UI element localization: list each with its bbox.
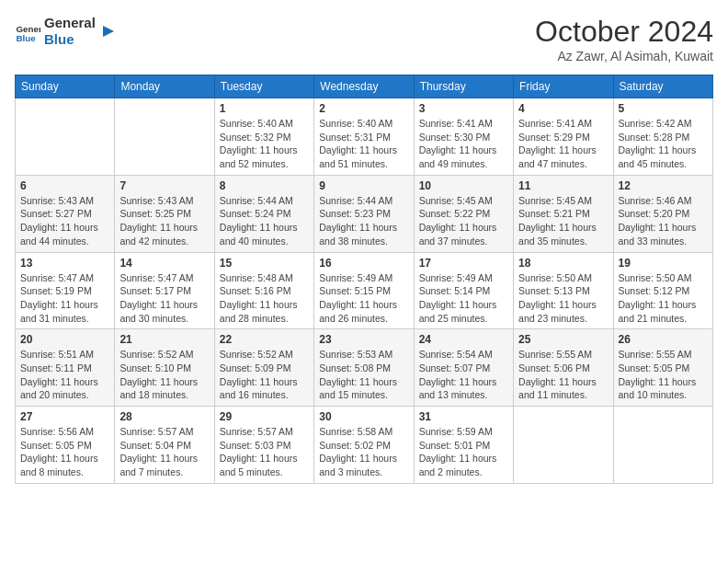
day-info: Sunrise: 5:57 AM Sunset: 5:03 PM Dayligh… — [220, 425, 309, 479]
table-row — [514, 407, 613, 484]
header-friday: Friday — [514, 75, 613, 98]
day-number: 25 — [518, 333, 608, 346]
day-number: 11 — [518, 179, 608, 192]
logo: General Blue General Blue — [15, 15, 118, 48]
logo-arrow-icon — [99, 22, 118, 40]
day-info: Sunrise: 5:40 AM Sunset: 5:32 PM Dayligh… — [220, 117, 309, 171]
table-row: 19Sunrise: 5:50 AM Sunset: 5:12 PM Dayli… — [613, 252, 712, 329]
day-number: 31 — [419, 410, 508, 423]
table-row: 24Sunrise: 5:54 AM Sunset: 5:07 PM Dayli… — [414, 329, 513, 407]
table-row: 1Sunrise: 5:40 AM Sunset: 5:32 PM Daylig… — [214, 98, 313, 176]
day-number: 5 — [619, 102, 708, 115]
day-info: Sunrise: 5:44 AM Sunset: 5:24 PM Dayligh… — [220, 194, 309, 248]
table-row: 16Sunrise: 5:49 AM Sunset: 5:15 PM Dayli… — [314, 252, 414, 329]
day-info: Sunrise: 5:53 AM Sunset: 5:08 PM Dayligh… — [319, 348, 408, 402]
logo-icon: General Blue — [15, 18, 40, 44]
calendar-week-row: 1Sunrise: 5:40 AM Sunset: 5:32 PM Daylig… — [16, 98, 713, 176]
header-sunday: Sunday — [16, 75, 115, 98]
table-row: 11Sunrise: 5:45 AM Sunset: 5:21 PM Dayli… — [514, 175, 613, 252]
day-info: Sunrise: 5:42 AM Sunset: 5:28 PM Dayligh… — [619, 117, 708, 171]
day-number: 29 — [220, 410, 309, 423]
day-info: Sunrise: 5:48 AM Sunset: 5:16 PM Dayligh… — [220, 271, 309, 326]
table-row: 23Sunrise: 5:53 AM Sunset: 5:08 PM Dayli… — [314, 329, 414, 407]
day-number: 19 — [619, 257, 708, 270]
table-row — [16, 98, 115, 176]
table-row — [115, 98, 214, 176]
page-header: General Blue General Blue October 2024 A… — [15, 15, 713, 63]
day-number: 6 — [20, 179, 109, 192]
day-number: 12 — [619, 179, 708, 192]
header-thursday: Thursday — [414, 75, 513, 98]
day-number: 8 — [220, 179, 309, 192]
table-row: 14Sunrise: 5:47 AM Sunset: 5:17 PM Dayli… — [115, 252, 214, 329]
month-title: October 2024 — [535, 15, 713, 49]
day-info: Sunrise: 5:43 AM Sunset: 5:25 PM Dayligh… — [119, 194, 209, 248]
day-number: 3 — [419, 102, 508, 115]
table-row: 15Sunrise: 5:48 AM Sunset: 5:16 PM Dayli… — [214, 252, 313, 329]
title-section: October 2024 Az Zawr, Al Asimah, Kuwait — [535, 15, 713, 63]
table-row: 6Sunrise: 5:43 AM Sunset: 5:27 PM Daylig… — [16, 175, 115, 252]
day-info: Sunrise: 5:59 AM Sunset: 5:01 PM Dayligh… — [419, 425, 508, 479]
day-info: Sunrise: 5:51 AM Sunset: 5:11 PM Dayligh… — [20, 348, 109, 402]
day-info: Sunrise: 5:49 AM Sunset: 5:15 PM Dayligh… — [319, 271, 408, 326]
table-row: 9Sunrise: 5:44 AM Sunset: 5:23 PM Daylig… — [314, 175, 414, 252]
table-row: 12Sunrise: 5:46 AM Sunset: 5:20 PM Dayli… — [613, 175, 712, 252]
day-info: Sunrise: 5:49 AM Sunset: 5:14 PM Dayligh… — [419, 271, 508, 326]
day-info: Sunrise: 5:56 AM Sunset: 5:05 PM Dayligh… — [20, 425, 109, 479]
day-number: 24 — [419, 333, 508, 346]
day-info: Sunrise: 5:52 AM Sunset: 5:10 PM Dayligh… — [119, 348, 209, 402]
calendar-table: Sunday Monday Tuesday Wednesday Thursday… — [15, 75, 713, 484]
day-number: 30 — [319, 410, 408, 423]
calendar-header-row: Sunday Monday Tuesday Wednesday Thursday… — [16, 75, 713, 98]
svg-text:Blue: Blue — [16, 33, 36, 43]
calendar-week-row: 6Sunrise: 5:43 AM Sunset: 5:27 PM Daylig… — [16, 175, 713, 252]
day-number: 26 — [619, 333, 708, 346]
table-row: 18Sunrise: 5:50 AM Sunset: 5:13 PM Dayli… — [514, 252, 613, 329]
day-number: 21 — [119, 333, 209, 346]
table-row: 10Sunrise: 5:45 AM Sunset: 5:22 PM Dayli… — [414, 175, 513, 252]
svg-marker-3 — [103, 26, 114, 37]
calendar-week-row: 27Sunrise: 5:56 AM Sunset: 5:05 PM Dayli… — [16, 407, 713, 484]
table-row: 17Sunrise: 5:49 AM Sunset: 5:14 PM Dayli… — [414, 252, 513, 329]
day-number: 13 — [20, 257, 109, 270]
day-number: 27 — [20, 410, 109, 423]
day-number: 18 — [518, 257, 608, 270]
day-number: 14 — [119, 257, 209, 270]
day-number: 7 — [119, 179, 209, 192]
day-number: 4 — [518, 102, 608, 115]
day-info: Sunrise: 5:41 AM Sunset: 5:30 PM Dayligh… — [419, 117, 508, 171]
table-row: 27Sunrise: 5:56 AM Sunset: 5:05 PM Dayli… — [16, 407, 115, 484]
location: Az Zawr, Al Asimah, Kuwait — [535, 49, 713, 63]
table-row: 22Sunrise: 5:52 AM Sunset: 5:09 PM Dayli… — [214, 329, 313, 407]
day-info: Sunrise: 5:41 AM Sunset: 5:29 PM Dayligh… — [518, 117, 608, 171]
day-number: 2 — [319, 102, 408, 115]
calendar-week-row: 13Sunrise: 5:47 AM Sunset: 5:19 PM Dayli… — [16, 252, 713, 329]
header-monday: Monday — [115, 75, 214, 98]
table-row: 28Sunrise: 5:57 AM Sunset: 5:04 PM Dayli… — [115, 407, 214, 484]
day-number: 17 — [419, 257, 508, 270]
table-row: 30Sunrise: 5:58 AM Sunset: 5:02 PM Dayli… — [314, 407, 414, 484]
table-row: 25Sunrise: 5:55 AM Sunset: 5:06 PM Dayli… — [514, 329, 613, 407]
table-row: 4Sunrise: 5:41 AM Sunset: 5:29 PM Daylig… — [514, 98, 613, 176]
day-info: Sunrise: 5:52 AM Sunset: 5:09 PM Dayligh… — [220, 348, 309, 402]
day-info: Sunrise: 5:44 AM Sunset: 5:23 PM Dayligh… — [319, 194, 408, 248]
header-saturday: Saturday — [613, 75, 712, 98]
day-info: Sunrise: 5:54 AM Sunset: 5:07 PM Dayligh… — [419, 348, 508, 402]
table-row: 20Sunrise: 5:51 AM Sunset: 5:11 PM Dayli… — [16, 329, 115, 407]
day-info: Sunrise: 5:55 AM Sunset: 5:05 PM Dayligh… — [619, 348, 708, 402]
day-info: Sunrise: 5:55 AM Sunset: 5:06 PM Dayligh… — [518, 348, 608, 402]
table-row: 5Sunrise: 5:42 AM Sunset: 5:28 PM Daylig… — [613, 98, 712, 176]
day-number: 1 — [220, 102, 309, 115]
day-info: Sunrise: 5:50 AM Sunset: 5:12 PM Dayligh… — [619, 271, 708, 326]
header-wednesday: Wednesday — [314, 75, 414, 98]
table-row: 29Sunrise: 5:57 AM Sunset: 5:03 PM Dayli… — [214, 407, 313, 484]
table-row: 31Sunrise: 5:59 AM Sunset: 5:01 PM Dayli… — [414, 407, 513, 484]
calendar-week-row: 20Sunrise: 5:51 AM Sunset: 5:11 PM Dayli… — [16, 329, 713, 407]
logo-blue: Blue — [44, 31, 96, 48]
day-info: Sunrise: 5:58 AM Sunset: 5:02 PM Dayligh… — [319, 425, 408, 479]
day-number: 9 — [319, 179, 408, 192]
day-number: 28 — [119, 410, 209, 423]
day-number: 10 — [419, 179, 508, 192]
table-row — [613, 407, 712, 484]
table-row: 2Sunrise: 5:40 AM Sunset: 5:31 PM Daylig… — [314, 98, 414, 176]
